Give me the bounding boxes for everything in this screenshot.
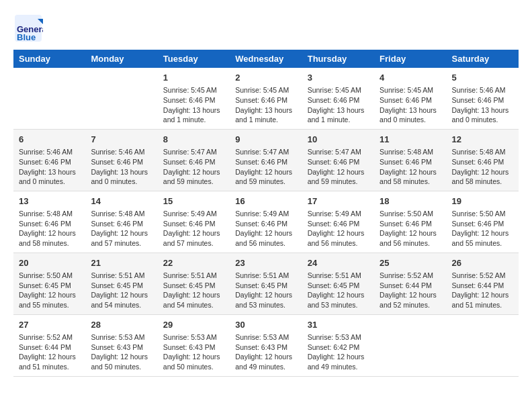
day-number: 16 bbox=[235, 195, 296, 208]
day-cell: 25Sunrise: 5:52 AM Sunset: 6:44 PM Dayli… bbox=[374, 253, 446, 314]
day-number: 28 bbox=[91, 319, 152, 331]
week-row-1: 1Sunrise: 5:45 AM Sunset: 6:46 PM Daylig… bbox=[13, 68, 519, 129]
day-cell bbox=[85, 68, 157, 129]
day-number: 13 bbox=[19, 195, 80, 208]
day-cell: 1Sunrise: 5:45 AM Sunset: 6:46 PM Daylig… bbox=[158, 68, 230, 129]
week-row-5: 27Sunrise: 5:52 AM Sunset: 6:44 PM Dayli… bbox=[13, 314, 519, 376]
day-number: 25 bbox=[380, 257, 441, 269]
day-detail: Sunrise: 5:48 AM Sunset: 6:46 PM Dayligh… bbox=[19, 209, 80, 248]
day-cell: 6Sunrise: 5:46 AM Sunset: 6:46 PM Daylig… bbox=[13, 129, 85, 191]
day-detail: Sunrise: 5:49 AM Sunset: 6:46 PM Dayligh… bbox=[308, 209, 369, 248]
day-detail: Sunrise: 5:50 AM Sunset: 6:45 PM Dayligh… bbox=[19, 271, 80, 310]
day-detail: Sunrise: 5:46 AM Sunset: 6:46 PM Dayligh… bbox=[19, 147, 80, 187]
day-cell: 4Sunrise: 5:45 AM Sunset: 6:46 PM Daylig… bbox=[374, 68, 446, 129]
day-number: 9 bbox=[235, 134, 296, 146]
page-header: General Blue bbox=[13, 13, 519, 43]
day-detail: Sunrise: 5:47 AM Sunset: 6:46 PM Dayligh… bbox=[163, 147, 224, 187]
day-cell: 24Sunrise: 5:51 AM Sunset: 6:45 PM Dayli… bbox=[302, 253, 374, 314]
week-row-2: 6Sunrise: 5:46 AM Sunset: 6:46 PM Daylig… bbox=[13, 129, 519, 191]
logo-icon: General Blue bbox=[13, 13, 43, 43]
day-number: 17 bbox=[308, 195, 369, 208]
day-number: 27 bbox=[19, 319, 80, 331]
day-detail: Sunrise: 5:48 AM Sunset: 6:46 PM Dayligh… bbox=[452, 147, 513, 187]
day-detail: Sunrise: 5:51 AM Sunset: 6:45 PM Dayligh… bbox=[235, 271, 296, 310]
day-number: 21 bbox=[91, 257, 152, 269]
day-cell: 9Sunrise: 5:47 AM Sunset: 6:46 PM Daylig… bbox=[230, 129, 302, 191]
col-header-saturday: Saturday bbox=[447, 50, 519, 68]
day-number: 24 bbox=[308, 257, 369, 269]
day-number: 5 bbox=[452, 72, 513, 84]
day-cell: 5Sunrise: 5:46 AM Sunset: 6:46 PM Daylig… bbox=[447, 68, 519, 129]
day-detail: Sunrise: 5:53 AM Sunset: 6:42 PM Dayligh… bbox=[308, 332, 369, 372]
day-detail: Sunrise: 5:45 AM Sunset: 6:46 PM Dayligh… bbox=[235, 85, 296, 125]
day-detail: Sunrise: 5:46 AM Sunset: 6:46 PM Dayligh… bbox=[452, 85, 513, 125]
day-cell: 17Sunrise: 5:49 AM Sunset: 6:46 PM Dayli… bbox=[302, 191, 374, 253]
day-number: 31 bbox=[308, 319, 369, 331]
day-number: 4 bbox=[380, 72, 441, 84]
day-cell: 2Sunrise: 5:45 AM Sunset: 6:46 PM Daylig… bbox=[230, 68, 302, 129]
day-cell: 7Sunrise: 5:46 AM Sunset: 6:46 PM Daylig… bbox=[85, 129, 157, 191]
day-detail: Sunrise: 5:52 AM Sunset: 6:44 PM Dayligh… bbox=[452, 271, 513, 310]
day-number: 23 bbox=[235, 257, 296, 269]
day-number: 2 bbox=[235, 72, 296, 84]
header-row: SundayMondayTuesdayWednesdayThursdayFrid… bbox=[13, 50, 519, 68]
day-detail: Sunrise: 5:52 AM Sunset: 6:44 PM Dayligh… bbox=[19, 332, 80, 372]
day-cell: 3Sunrise: 5:45 AM Sunset: 6:46 PM Daylig… bbox=[302, 68, 374, 129]
day-detail: Sunrise: 5:53 AM Sunset: 6:43 PM Dayligh… bbox=[163, 332, 224, 372]
day-cell: 15Sunrise: 5:49 AM Sunset: 6:46 PM Dayli… bbox=[158, 191, 230, 253]
col-header-thursday: Thursday bbox=[302, 50, 374, 68]
calendar-table: SundayMondayTuesdayWednesdayThursdayFrid… bbox=[13, 50, 519, 377]
day-detail: Sunrise: 5:53 AM Sunset: 6:43 PM Dayligh… bbox=[91, 332, 152, 372]
col-header-tuesday: Tuesday bbox=[158, 50, 230, 68]
day-number: 15 bbox=[163, 195, 224, 208]
day-detail: Sunrise: 5:51 AM Sunset: 6:45 PM Dayligh… bbox=[163, 271, 224, 310]
day-detail: Sunrise: 5:48 AM Sunset: 6:46 PM Dayligh… bbox=[380, 147, 441, 187]
day-cell: 16Sunrise: 5:49 AM Sunset: 6:46 PM Dayli… bbox=[230, 191, 302, 253]
day-cell: 12Sunrise: 5:48 AM Sunset: 6:46 PM Dayli… bbox=[447, 129, 519, 191]
day-number: 26 bbox=[452, 257, 513, 269]
day-cell: 20Sunrise: 5:50 AM Sunset: 6:45 PM Dayli… bbox=[13, 253, 85, 314]
day-number: 30 bbox=[235, 319, 296, 331]
day-detail: Sunrise: 5:50 AM Sunset: 6:46 PM Dayligh… bbox=[452, 209, 513, 248]
day-detail: Sunrise: 5:47 AM Sunset: 6:46 PM Dayligh… bbox=[235, 147, 296, 187]
week-row-4: 20Sunrise: 5:50 AM Sunset: 6:45 PM Dayli… bbox=[13, 253, 519, 314]
col-header-sunday: Sunday bbox=[13, 50, 85, 68]
day-number: 6 bbox=[19, 134, 80, 146]
day-cell bbox=[447, 314, 519, 376]
day-number: 7 bbox=[91, 134, 152, 146]
day-detail: Sunrise: 5:45 AM Sunset: 6:46 PM Dayligh… bbox=[380, 85, 441, 125]
day-detail: Sunrise: 5:47 AM Sunset: 6:46 PM Dayligh… bbox=[308, 147, 369, 187]
day-number: 18 bbox=[380, 195, 441, 208]
day-number: 10 bbox=[308, 134, 369, 146]
day-number: 3 bbox=[308, 72, 369, 84]
day-number: 11 bbox=[380, 134, 441, 146]
col-header-monday: Monday bbox=[85, 50, 157, 68]
week-row-3: 13Sunrise: 5:48 AM Sunset: 6:46 PM Dayli… bbox=[13, 191, 519, 253]
day-number: 19 bbox=[452, 195, 513, 208]
day-cell: 26Sunrise: 5:52 AM Sunset: 6:44 PM Dayli… bbox=[447, 253, 519, 314]
day-cell bbox=[374, 314, 446, 376]
day-cell: 13Sunrise: 5:48 AM Sunset: 6:46 PM Dayli… bbox=[13, 191, 85, 253]
day-number: 20 bbox=[19, 257, 80, 269]
day-number: 8 bbox=[163, 134, 224, 146]
day-cell: 23Sunrise: 5:51 AM Sunset: 6:45 PM Dayli… bbox=[230, 253, 302, 314]
day-detail: Sunrise: 5:52 AM Sunset: 6:44 PM Dayligh… bbox=[380, 271, 441, 310]
col-header-friday: Friday bbox=[374, 50, 446, 68]
day-cell: 30Sunrise: 5:53 AM Sunset: 6:43 PM Dayli… bbox=[230, 314, 302, 376]
day-cell: 29Sunrise: 5:53 AM Sunset: 6:43 PM Dayli… bbox=[158, 314, 230, 376]
day-cell: 11Sunrise: 5:48 AM Sunset: 6:46 PM Dayli… bbox=[374, 129, 446, 191]
day-cell: 22Sunrise: 5:51 AM Sunset: 6:45 PM Dayli… bbox=[158, 253, 230, 314]
day-cell: 8Sunrise: 5:47 AM Sunset: 6:46 PM Daylig… bbox=[158, 129, 230, 191]
day-detail: Sunrise: 5:49 AM Sunset: 6:46 PM Dayligh… bbox=[163, 209, 224, 248]
logo: General Blue bbox=[13, 13, 46, 43]
day-detail: Sunrise: 5:46 AM Sunset: 6:46 PM Dayligh… bbox=[91, 147, 152, 187]
day-detail: Sunrise: 5:49 AM Sunset: 6:46 PM Dayligh… bbox=[235, 209, 296, 248]
col-header-wednesday: Wednesday bbox=[230, 50, 302, 68]
day-number: 14 bbox=[91, 195, 152, 208]
day-cell: 27Sunrise: 5:52 AM Sunset: 6:44 PM Dayli… bbox=[13, 314, 85, 376]
day-cell: 19Sunrise: 5:50 AM Sunset: 6:46 PM Dayli… bbox=[447, 191, 519, 253]
day-detail: Sunrise: 5:45 AM Sunset: 6:46 PM Dayligh… bbox=[308, 85, 369, 125]
day-cell: 10Sunrise: 5:47 AM Sunset: 6:46 PM Dayli… bbox=[302, 129, 374, 191]
day-detail: Sunrise: 5:45 AM Sunset: 6:46 PM Dayligh… bbox=[163, 85, 224, 125]
day-number: 29 bbox=[163, 319, 224, 331]
